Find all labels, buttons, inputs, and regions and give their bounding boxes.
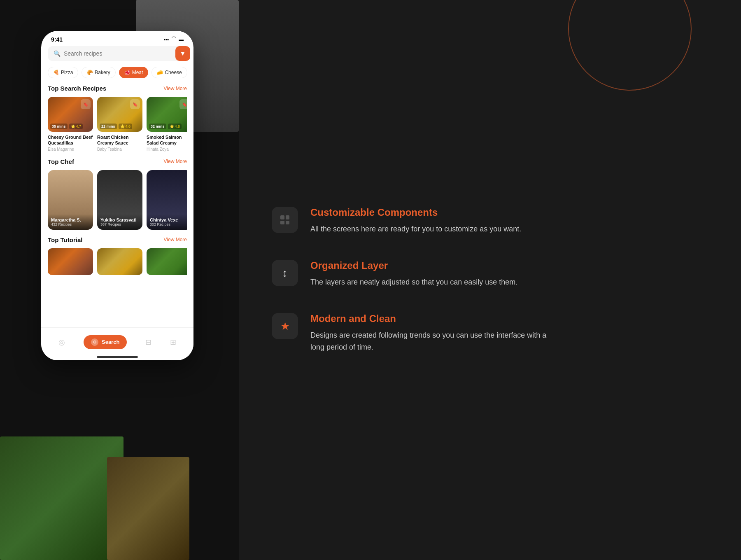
top-tutorial-view-more[interactable]: View More (164, 237, 187, 243)
right-panel: Customizable Components All the screens … (239, 0, 741, 560)
chefs-row: Margaretha S. 432 Recipes Yukiko Sarasva… (48, 170, 187, 230)
recipes-row: 🔖 35 mins ⭐ 4.7 Cheesy Ground Beef Quesa… (48, 97, 187, 152)
recipe-rating-3: ⭐ 4.8 (168, 124, 182, 129)
meat-icon: 🥩 (124, 70, 130, 75)
recipe-card-1[interactable]: 🔖 35 mins ⭐ 4.7 Cheesy Ground Beef Quesa… (48, 97, 93, 152)
star-icon: ★ (280, 320, 290, 333)
recipe-img-1: 🔖 35 mins ⭐ 4.7 (48, 97, 93, 132)
phone-content: 🔍 ▼ 🍕 Pizza 🥐 Bakery 🥩 Meat 🧀 Cheese (41, 46, 193, 334)
category-meat[interactable]: 🥩 Meat (119, 67, 149, 78)
feature-icon-box-3: ★ (272, 313, 298, 339)
signal-icon: ▪▪▪ (163, 37, 169, 42)
search-bar-container: 🔍 ▼ (48, 46, 187, 61)
chef-overlay-1: Margaretha S. 432 Recipes (48, 214, 93, 230)
chef-card-1[interactable]: Margaretha S. 432 Recipes (48, 170, 93, 230)
chef-overlay-3: Chintya Vexe 302 Recipes (147, 214, 187, 230)
search-input[interactable] (64, 50, 181, 57)
filter-button[interactable]: ▼ (175, 46, 190, 61)
battery-icon: ▬ (179, 37, 184, 42)
nav-search-label: Search (102, 339, 119, 345)
bookmark-icon-1: 🔖 (81, 99, 91, 109)
recipe-img-2: 🔖 22 mins ⭐ 4.6 (97, 97, 142, 132)
chef-overlay-2: Yukiko Sarasvati 367 Recipes (97, 214, 142, 230)
category-pizza[interactable]: 🍕 Pizza (48, 67, 78, 78)
recipe-time-2: 22 mins (100, 124, 117, 129)
recipe-time-1: 35 mins (50, 124, 68, 129)
recipe-img-3: 🔖 32 mins ⭐ 4.8 (147, 97, 187, 132)
feature-title-3: Modern and Clean (310, 313, 708, 324)
bg-food2-image (107, 457, 189, 560)
top-chef-view-more[interactable]: View More (164, 159, 187, 164)
nav-home[interactable]: ◎ (58, 338, 65, 347)
recipe-author-1: Elsa Magarine (48, 147, 93, 152)
recipe-name-1: Cheesy Ground Beef Quesadillas (48, 134, 93, 146)
recipe-meta-3: 32 mins ⭐ 4.8 (149, 124, 182, 129)
recipe-time-3: 32 mins (149, 124, 166, 129)
top-tutorial-header: Top Tutorial View More (48, 236, 187, 243)
bookmark-icon-2: 🔖 (130, 99, 140, 109)
search-bar-icon: 🔍 (54, 50, 61, 57)
nav-grid[interactable]: ⊞ (170, 338, 176, 347)
tutorial-thumb-1[interactable] (48, 248, 93, 275)
feature-item-2: ↕ Organized Layer The layers are neatly … (272, 260, 708, 288)
feature-icon-box-1 (272, 207, 298, 233)
category-bakery[interactable]: 🥐 Bakery (82, 67, 115, 78)
top-recipes-view-more[interactable]: View More (164, 86, 187, 91)
recipe-name-2: Roast Chicken Creamy Sauce (97, 134, 142, 146)
category-cheese[interactable]: 🧀 Cheese (151, 67, 187, 78)
feature-desc-1: All the screens here are ready for you t… (310, 223, 557, 235)
grid-icon (280, 215, 289, 224)
nav-search-button[interactable]: ⊙ Search (84, 335, 127, 349)
feature-desc-3: Designs are created following trends so … (310, 329, 557, 353)
status-icons: ▪▪▪ ⌒ ▬ (163, 36, 184, 43)
chef-name-1: Margaretha S. (51, 217, 90, 222)
bg-food-image (0, 436, 124, 560)
recipe-card-2[interactable]: 🔖 22 mins ⭐ 4.6 Roast Chicken Creamy Sau… (97, 97, 142, 152)
bookmark-icon-3: 🔖 (179, 99, 187, 109)
tutorial-thumb-3[interactable] (147, 248, 187, 275)
feature-content-2: Organized Layer The layers are neatly ad… (310, 260, 708, 288)
recipe-author-2: Baby Tsabina (97, 147, 142, 152)
layers-icon: ↕ (282, 267, 288, 280)
bookmark-nav-icon: ⊟ (145, 338, 151, 347)
phone-mockup: 9:41 ▪▪▪ ⌒ ▬ 🔍 ▼ 🍕 Pizza 🥐 Bakery (41, 31, 193, 360)
feature-content-3: Modern and Clean Designs are created fol… (310, 313, 708, 353)
filter-icon: ▼ (180, 50, 186, 57)
bakery-icon: 🥐 (87, 70, 93, 75)
tutorial-thumb-2[interactable] (97, 248, 142, 275)
cheese-icon: 🧀 (157, 70, 163, 75)
chef-card-3[interactable]: Chintya Vexe 302 Recipes (147, 170, 187, 230)
recipe-rating-2: ⭐ 4.6 (119, 124, 133, 129)
status-time: 9:41 (51, 36, 63, 43)
feature-item-3: ★ Modern and Clean Designs are created f… (272, 313, 708, 353)
chef-recipes-3: 302 Recipes (150, 222, 187, 226)
recipe-author-3: Hinata Zoya (147, 147, 187, 152)
recipe-name-3: Smoked Salmon Salad Creamy (147, 134, 187, 146)
home-indicator (97, 356, 138, 358)
status-bar: 9:41 ▪▪▪ ⌒ ▬ (41, 31, 193, 46)
bottom-nav: ◎ ⊙ Search ⊟ ⊞ (41, 327, 193, 360)
feature-icon-box-2: ↕ (272, 260, 298, 286)
pizza-icon: 🍕 (53, 70, 59, 75)
tutorial-row (48, 248, 187, 275)
recipe-rating-1: ⭐ 4.7 (69, 124, 83, 129)
chef-name-3: Chintya Vexe (150, 217, 187, 222)
nav-search-icon: ⊙ (91, 338, 98, 346)
recipe-meta-1: 35 mins ⭐ 4.7 (50, 124, 83, 129)
chef-recipes-2: 367 Recipes (100, 222, 139, 226)
grid-nav-icon: ⊞ (170, 338, 176, 347)
top-chef-title: Top Chef (48, 158, 74, 165)
chef-name-2: Yukiko Sarasvati (100, 217, 139, 222)
feature-item-1: Customizable Components All the screens … (272, 207, 708, 235)
home-icon: ◎ (58, 338, 65, 347)
nav-bookmark[interactable]: ⊟ (145, 338, 151, 347)
feature-title-2: Organized Layer (310, 260, 708, 271)
category-tabs: 🍕 Pizza 🥐 Bakery 🥩 Meat 🧀 Cheese (48, 67, 187, 78)
chef-recipes-1: 432 Recipes (51, 222, 90, 226)
recipe-card-3[interactable]: 🔖 32 mins ⭐ 4.8 Smoked Salmon Salad Crea… (147, 97, 187, 152)
top-chef-header: Top Chef View More (48, 158, 187, 165)
top-recipes-header: Top Search Recipes View More (48, 85, 187, 92)
feature-desc-2: The layers are neatly adjusted so that y… (310, 276, 557, 288)
chef-card-2[interactable]: Yukiko Sarasvati 367 Recipes (97, 170, 142, 230)
recipe-meta-2: 22 mins ⭐ 4.6 (100, 124, 132, 129)
